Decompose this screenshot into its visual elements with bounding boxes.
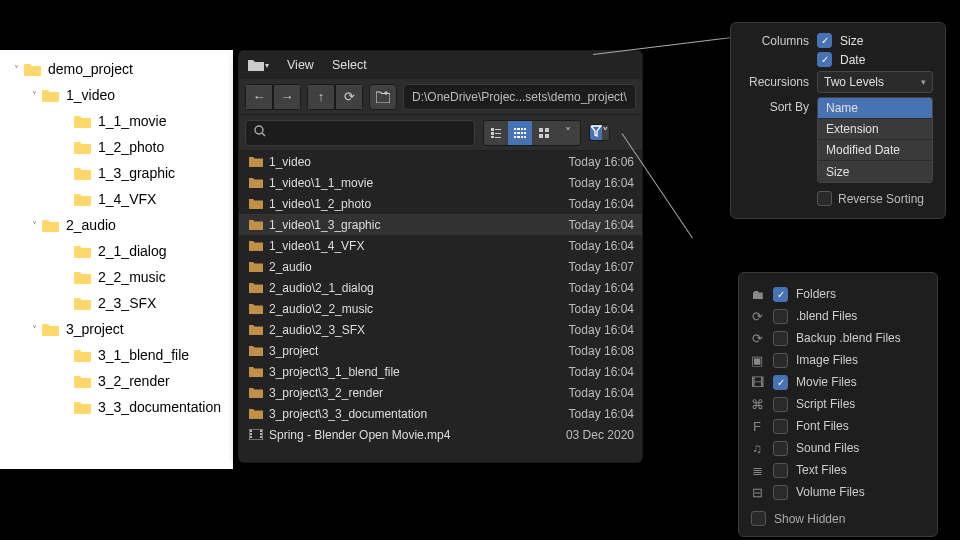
filter-row[interactable]: ♫Sound Files	[749, 437, 927, 459]
svg-rect-22	[545, 134, 549, 138]
filter-row[interactable]: 🖿✓Folders	[749, 283, 927, 305]
display-settings-button[interactable]: ˅	[556, 121, 580, 145]
file-name: 2_audio\2_3_SFX	[269, 323, 569, 337]
folder-icon	[247, 303, 265, 314]
display-settings-popover: Columns ✓ Size ✓ Date Recursions Two Lev…	[730, 22, 946, 219]
nav-back-button[interactable]: ←	[245, 84, 273, 110]
file-row[interactable]: 2_audio\2_3_SFXToday 16:04	[239, 319, 642, 340]
filter-row[interactable]: ⟳Backup .blend Files	[749, 327, 927, 349]
filter-popover: 🖿✓Folders⟳.blend Files⟳Backup .blend Fil…	[738, 272, 938, 537]
filter-checkbox[interactable]	[773, 441, 788, 456]
tree-item-label: 1_3_graphic	[98, 165, 175, 181]
filter-row[interactable]: 🎞✓Movie Files	[749, 371, 927, 393]
tree-item[interactable]: ˅2_audio	[4, 212, 229, 238]
file-row[interactable]: 2_audio\2_1_dialogToday 16:04	[239, 277, 642, 298]
filter-row[interactable]: ⌘Script Files	[749, 393, 927, 415]
file-date: Today 16:04	[569, 365, 634, 379]
columns-date-checkbox[interactable]: ✓	[817, 52, 832, 67]
folder-icon	[42, 88, 60, 102]
file-row[interactable]: 1_videoToday 16:06	[239, 151, 642, 172]
svg-rect-11	[517, 132, 520, 134]
display-thumbnails-button[interactable]	[532, 121, 556, 145]
tree-item[interactable]: 3_1_blend_file	[4, 342, 229, 368]
nav-newfolder-button[interactable]	[369, 84, 397, 110]
sort-option[interactable]: Size	[818, 161, 932, 182]
movie-icon	[247, 429, 265, 440]
sort-option[interactable]: Extension	[818, 119, 932, 140]
filter-row[interactable]: ≣Text Files	[749, 459, 927, 481]
tree-item[interactable]: ˅1_video	[4, 82, 229, 108]
tree-item[interactable]: 3_3_documentation	[4, 394, 229, 420]
path-field[interactable]: D:\OneDrive\Projec...sets\demo_project\	[403, 84, 636, 110]
nav-refresh-button[interactable]: ⟳	[335, 84, 363, 110]
filter-row[interactable]: ▣Image Files	[749, 349, 927, 371]
filter-checkbox[interactable]	[773, 353, 788, 368]
script-icon: ⌘	[749, 397, 765, 412]
tree-item[interactable]: 3_2_render	[4, 368, 229, 394]
filter-toggle-button[interactable]	[590, 125, 602, 140]
columns-size-checkbox[interactable]: ✓	[817, 33, 832, 48]
filter-checkbox[interactable]	[773, 309, 788, 324]
display-vertical-list-button[interactable]	[484, 121, 508, 145]
tree-item-label: 1_4_VFX	[98, 191, 156, 207]
filter-checkbox[interactable]	[773, 463, 788, 478]
sort-option[interactable]: Name	[818, 98, 932, 119]
search-input[interactable]	[245, 120, 475, 146]
folder-icon	[74, 114, 92, 128]
file-row[interactable]: 1_video\1_3_graphicToday 16:04	[239, 214, 642, 235]
filter-settings-button[interactable]: ˅	[602, 125, 609, 140]
search-icon	[254, 125, 266, 140]
filebrowser-icon[interactable]: ▾	[247, 55, 269, 75]
file-row[interactable]: 3_projectToday 16:08	[239, 340, 642, 361]
filter-row[interactable]: ⟳.blend Files	[749, 305, 927, 327]
tree-item[interactable]: 1_1_movie	[4, 108, 229, 134]
nav-parent-button[interactable]: ↑	[307, 84, 335, 110]
show-hidden-text: Show Hidden	[774, 512, 845, 526]
file-row[interactable]: 1_video\1_2_photoToday 16:04	[239, 193, 642, 214]
filter-checkbox[interactable]: ✓	[773, 375, 788, 390]
reverse-sorting-checkbox[interactable]	[817, 191, 832, 206]
file-row[interactable]: 1_video\1_4_VFXToday 16:04	[239, 235, 642, 256]
filter-checkbox[interactable]	[773, 331, 788, 346]
file-row[interactable]: 3_project\3_3_documentationToday 16:04	[239, 403, 642, 424]
file-row[interactable]: Spring - Blender Open Movie.mp403 Dec 20…	[239, 424, 642, 445]
filter-checkbox[interactable]	[773, 397, 788, 412]
folder-icon	[74, 348, 92, 362]
menu-view[interactable]: View	[287, 58, 314, 72]
tree-item[interactable]: 2_1_dialog	[4, 238, 229, 264]
folder-icon	[42, 322, 60, 336]
tree-item[interactable]: 1_3_graphic	[4, 160, 229, 186]
file-row[interactable]: 3_project\3_2_renderToday 16:04	[239, 382, 642, 403]
file-row[interactable]: 2_audio\2_2_musicToday 16:04	[239, 298, 642, 319]
sort-option[interactable]: Modified Date	[818, 140, 932, 161]
file-name: Spring - Blender Open Movie.mp4	[269, 428, 566, 442]
file-name: 1_video\1_1_movie	[269, 176, 569, 190]
filter-checkbox[interactable]: ✓	[773, 287, 788, 302]
movie-icon: 🎞	[749, 375, 765, 390]
recursions-dropdown[interactable]: Two Levels ▾	[817, 71, 933, 93]
folder-icon	[247, 408, 265, 419]
folder-icon	[247, 324, 265, 335]
nav-forward-button[interactable]: →	[273, 84, 301, 110]
file-row[interactable]: 2_audioToday 16:07	[239, 256, 642, 277]
menu-select[interactable]: Select	[332, 58, 367, 72]
columns-size-text: Size	[840, 34, 863, 48]
show-hidden-checkbox[interactable]	[751, 511, 766, 526]
tree-item[interactable]: ˅3_project	[4, 316, 229, 342]
tree-item[interactable]: 1_4_VFX	[4, 186, 229, 212]
folder-icon	[247, 366, 265, 377]
tree-root[interactable]: ˅ demo_project	[4, 56, 229, 82]
file-row[interactable]: 3_project\3_1_blend_fileToday 16:04	[239, 361, 642, 382]
display-horizontal-list-button[interactable]	[508, 121, 532, 145]
volume-icon: ⊟	[749, 485, 765, 500]
file-row[interactable]: 1_video\1_1_movieToday 16:04	[239, 172, 642, 193]
tree-item[interactable]: 1_2_photo	[4, 134, 229, 160]
tree-item[interactable]: 2_2_music	[4, 264, 229, 290]
filter-checkbox[interactable]	[773, 419, 788, 434]
filter-row[interactable]: FFont Files	[749, 415, 927, 437]
sort-options-list: NameExtensionModified DateSize	[817, 97, 933, 183]
recursions-label: Recursions	[743, 75, 809, 89]
tree-item[interactable]: 2_3_SFX	[4, 290, 229, 316]
filter-checkbox[interactable]	[773, 485, 788, 500]
filter-row[interactable]: ⊟Volume Files	[749, 481, 927, 503]
